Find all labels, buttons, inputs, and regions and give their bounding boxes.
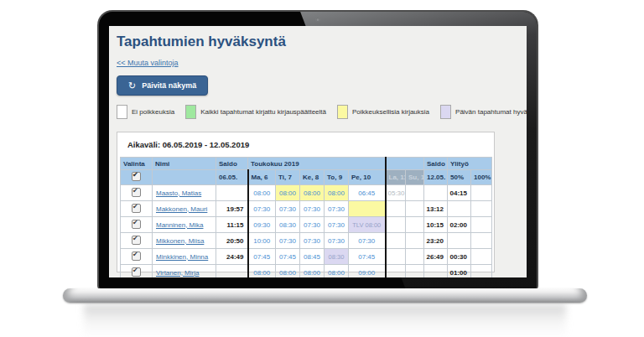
day-hours-cell[interactable]: 06:45 xyxy=(349,185,386,201)
overtime-100-cell xyxy=(471,185,492,201)
employee-name-cell: Manninen, Mika xyxy=(153,217,216,233)
row-checkbox[interactable] xyxy=(132,251,141,261)
overtime-50-cell: 02:00 xyxy=(448,217,471,233)
approval-panel: Aikaväli: 06.05.2019 - 12.05.2019 Valint… xyxy=(117,132,495,272)
legend-label: Poikkeuksellisia kirjauksia xyxy=(352,108,429,116)
row-select-cell xyxy=(121,185,153,201)
day-hours-cell[interactable]: TLV 08:00 xyxy=(349,217,386,233)
saldo-end-cell: 26:49 xyxy=(424,249,448,265)
col-ot-50: 50% xyxy=(448,170,471,185)
day-hours-cell[interactable]: 08:00 xyxy=(248,185,276,201)
day-hours-cell[interactable]: 07:45 xyxy=(349,249,386,265)
employee-link[interactable]: Makkonen, Mauri xyxy=(156,205,207,213)
day-hours-cell[interactable]: 08:45 xyxy=(300,249,325,265)
col-month: Toukokuu 2019 xyxy=(248,158,386,170)
table-row: Mikkonen, Miisa20:5010:0007:3007:3007:30… xyxy=(121,233,492,249)
page-title: Tapahtumien hyväksyntä xyxy=(117,33,519,51)
day-hours-cell[interactable] xyxy=(349,201,386,217)
col-nimi-sub xyxy=(153,170,216,185)
overtime-50-cell: 01:00 xyxy=(448,265,471,278)
col-su: Su, 12 xyxy=(406,170,424,185)
saldo-end-cell xyxy=(424,185,448,201)
employee-name-cell: Virtanen, Mirja xyxy=(153,265,216,278)
col-la: La, 11 xyxy=(386,170,406,185)
row-checkbox[interactable] xyxy=(132,220,141,229)
col-saldo-end: Saldo xyxy=(424,158,448,170)
employee-link[interactable]: Manninen, Mika xyxy=(156,221,203,229)
sunday-cell xyxy=(406,249,424,265)
laptop-base xyxy=(63,288,587,303)
col-saldo-start: Saldo xyxy=(216,158,248,170)
day-hours-cell[interactable]: 07:45 xyxy=(276,249,300,265)
legend-item: Päivän tapahtumat hyväksytty xyxy=(440,105,527,119)
day-hours-cell[interactable]: 07:30 xyxy=(300,201,325,217)
employee-name-cell: Minkkinen, Minna xyxy=(153,249,216,265)
day-hours-cell[interactable]: 08:30 xyxy=(276,217,300,233)
overtime-100-cell xyxy=(471,233,492,249)
saldo-end-cell: 23:20 xyxy=(424,233,448,249)
saldo-start-cell: 19:57 xyxy=(216,201,248,217)
saldo-end-cell: 13:12 xyxy=(424,201,448,217)
employee-link[interactable]: Virtanen, Mirja xyxy=(156,269,199,277)
legend-label: Ei poikkeuksia xyxy=(132,108,174,116)
day-hours-cell[interactable]: 07:30 xyxy=(276,201,300,217)
day-hours-cell[interactable]: 07:45 xyxy=(248,249,276,265)
employee-name-cell: Maasto, Matias xyxy=(153,185,216,201)
day-hours-cell[interactable]: 08:00 xyxy=(300,185,325,201)
saturday-cell xyxy=(386,265,406,278)
col-ot-100: 100% xyxy=(471,170,492,185)
hours-table: Valinta Nimi Saldo Toukokuu 2019 Saldo Y… xyxy=(120,157,492,277)
laptop-reflection xyxy=(84,304,566,337)
row-select-cell xyxy=(121,265,153,278)
overtime-50-cell xyxy=(448,201,471,217)
saturday-cell: 05:30 xyxy=(386,185,406,201)
employee-link[interactable]: Minkkinen, Minna xyxy=(156,253,208,261)
day-hours-cell[interactable]: 07:30 xyxy=(276,233,300,249)
employee-link[interactable]: Mikkonen, Miisa xyxy=(156,237,204,245)
col-ti: Ti, 7 xyxy=(276,170,300,185)
row-checkbox[interactable] xyxy=(132,267,141,277)
overtime-100-cell xyxy=(471,201,492,217)
day-hours-cell[interactable]: 10:00 xyxy=(248,233,276,249)
day-hours-cell[interactable]: 08:00 xyxy=(276,185,300,201)
row-checkbox[interactable] xyxy=(132,236,141,245)
legend-item: Ei poikkeuksia xyxy=(117,105,174,119)
saturday-cell xyxy=(386,217,406,233)
change-selections-link[interactable]: << Muuta valintoja xyxy=(117,59,179,67)
employee-link[interactable]: Maasto, Matias xyxy=(156,189,201,197)
day-hours-cell[interactable]: 08:00 xyxy=(300,265,325,278)
day-hours-cell[interactable]: 08:00 xyxy=(325,185,349,201)
row-select-cell xyxy=(121,201,153,217)
saturday-cell xyxy=(386,249,406,265)
col-to: To, 9 xyxy=(325,170,349,185)
day-hours-cell[interactable]: 07:30 xyxy=(325,217,349,233)
overtime-50-cell: 04:15 xyxy=(448,185,471,201)
col-ke: Ke, 8 xyxy=(300,170,325,185)
day-hours-cell[interactable]: 07:30 xyxy=(349,233,386,249)
refresh-view-button[interactable]: ↻ Päivitä näkymä xyxy=(117,75,208,96)
day-hours-cell[interactable]: 09:00 xyxy=(349,265,386,278)
row-checkbox[interactable] xyxy=(132,188,141,197)
employee-name-cell: Mikkonen, Miisa xyxy=(153,233,216,249)
day-hours-cell[interactable]: 09:30 xyxy=(248,217,276,233)
saldo-start-cell: 11:15 xyxy=(216,217,248,233)
select-all-checkbox[interactable] xyxy=(132,172,141,181)
day-hours-cell[interactable]: 07:30 xyxy=(325,233,349,249)
saldo-end-cell xyxy=(424,265,448,278)
day-hours-cell[interactable]: 07:30 xyxy=(248,201,276,217)
day-hours-cell[interactable]: 07:30 xyxy=(325,201,349,217)
row-checkbox[interactable] xyxy=(132,204,141,213)
day-hours-cell[interactable]: 07:30 xyxy=(300,233,325,249)
header-row-days: 06.05. Ma, 6 Ti, 7 Ke, 8 To, 9 Pe, 10 La… xyxy=(121,170,492,185)
day-hours-cell[interactable]: 08:00 xyxy=(325,265,349,278)
day-hours-cell[interactable]: 08:00 xyxy=(248,265,276,278)
legend-color-swatch xyxy=(337,105,348,119)
sunday-cell xyxy=(406,185,424,201)
day-hours-cell[interactable]: 08:00 xyxy=(276,265,300,278)
day-hours-cell[interactable]: 08:30 xyxy=(325,249,349,265)
col-ma: Ma, 6 xyxy=(248,170,276,185)
legend-color-swatch xyxy=(117,105,127,119)
day-hours-cell[interactable]: 07:30 xyxy=(300,217,325,233)
laptop-lid: Tapahtumien hyväksyntä << Muuta valintoj… xyxy=(97,10,538,290)
sunday-cell xyxy=(406,265,424,278)
